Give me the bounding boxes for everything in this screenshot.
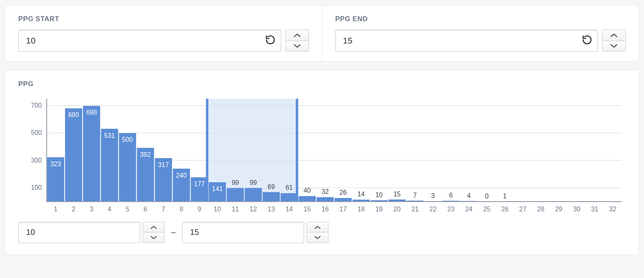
histogram-bar[interactable] xyxy=(281,193,298,202)
x-tick-label: 27 xyxy=(519,206,527,213)
x-tick-label: 24 xyxy=(466,206,473,213)
x-tick-label: 14 xyxy=(286,206,293,213)
ppg-start-step-down[interactable] xyxy=(285,41,309,52)
range-high-step-down[interactable] xyxy=(307,232,329,243)
x-tick-label: 29 xyxy=(555,206,562,213)
ppg-start-input-wrap xyxy=(18,30,281,52)
histogram-bar[interactable] xyxy=(245,188,262,202)
ppg-end-card: PPG END xyxy=(322,5,640,62)
x-tick-label: 21 xyxy=(411,206,419,213)
bar-value-label: 500 xyxy=(122,136,133,143)
x-tick-label: 19 xyxy=(376,206,383,213)
ppg-start-card: PPG START xyxy=(5,5,322,62)
bar-value-label: 99 xyxy=(232,179,239,186)
x-tick-label: 6 xyxy=(144,206,147,213)
histogram-bar[interactable] xyxy=(298,196,315,201)
histogram-bar[interactable] xyxy=(317,197,334,202)
bar-value-label: 240 xyxy=(176,172,187,179)
bar-value-label: 26 xyxy=(339,189,347,196)
selection-handle-right[interactable] xyxy=(296,99,298,202)
bar-value-label: 0 xyxy=(485,193,489,200)
x-tick-label: 28 xyxy=(537,206,544,213)
histogram-bar[interactable] xyxy=(335,198,352,202)
x-tick-label: 30 xyxy=(573,206,581,213)
range-low-input[interactable] xyxy=(18,222,140,243)
x-tick-label: 22 xyxy=(429,206,437,213)
reset-icon[interactable] xyxy=(582,35,592,47)
bar-value-label: 531 xyxy=(104,132,115,139)
selection-handle-left[interactable] xyxy=(206,99,209,202)
range-low-step-up[interactable] xyxy=(143,222,165,232)
x-tick-label: 7 xyxy=(162,206,165,213)
x-tick-label: 20 xyxy=(394,206,401,213)
x-tick-label: 12 xyxy=(250,206,257,213)
ppg-end-step-up[interactable] xyxy=(602,30,626,41)
reset-icon[interactable] xyxy=(265,35,276,47)
svg-text:300: 300 xyxy=(31,157,42,164)
bar-value-label: 6 xyxy=(449,192,453,199)
range-low-stepper xyxy=(143,222,165,243)
bar-value-label: 177 xyxy=(194,180,205,187)
histogram-bar[interactable] xyxy=(119,133,136,202)
x-tick-label: 11 xyxy=(232,206,239,213)
svg-text:700: 700 xyxy=(31,102,42,109)
x-tick-label: 8 xyxy=(180,206,183,213)
x-tick-label: 10 xyxy=(214,206,221,213)
bar-value-label: 61 xyxy=(286,184,293,191)
x-tick-label: 1 xyxy=(54,206,57,213)
bar-value-label: 7 xyxy=(413,192,417,199)
bar-value-label: 680 xyxy=(68,111,79,118)
ppg-chart-title: PPG xyxy=(18,80,626,88)
ppg-end-input[interactable] xyxy=(335,30,598,52)
histogram-bar[interactable] xyxy=(263,192,280,202)
histogram-bar[interactable] xyxy=(65,109,82,202)
svg-text:100: 100 xyxy=(31,184,42,191)
range-low-step-down[interactable] xyxy=(143,232,165,243)
x-tick-label: 25 xyxy=(483,206,491,213)
ppg-start-label: PPG START xyxy=(18,15,309,23)
bar-value-label: 15 xyxy=(394,191,401,198)
bar-value-label: 99 xyxy=(250,179,257,186)
bar-value-label: 392 xyxy=(140,151,151,158)
x-tick-label: 15 xyxy=(304,206,311,213)
bar-value-label: 40 xyxy=(304,187,311,194)
histogram-bar[interactable] xyxy=(83,106,100,201)
histogram-bar[interactable] xyxy=(227,188,244,202)
ppg-end-label: PPG END xyxy=(335,15,626,23)
range-separator: – xyxy=(170,228,177,237)
chart-range-controls: – xyxy=(18,222,626,243)
x-tick-label: 13 xyxy=(268,206,275,213)
x-tick-label: 18 xyxy=(357,206,365,213)
x-tick-label: 17 xyxy=(339,206,347,213)
x-tick-label: 9 xyxy=(198,206,201,213)
bar-value-label: 698 xyxy=(86,109,97,116)
ppg-chart-card: PPG 100300500700323168026983531450053926… xyxy=(5,70,639,255)
bar-value-label: 32 xyxy=(322,188,329,195)
range-high-input[interactable] xyxy=(182,222,304,243)
x-tick-label: 3 xyxy=(90,206,94,213)
x-tick-label: 32 xyxy=(609,206,616,213)
x-tick-label: 23 xyxy=(447,206,455,213)
bar-value-label: 4 xyxy=(467,192,471,199)
ppg-end-step-down[interactable] xyxy=(602,41,626,52)
ppg-start-stepper xyxy=(285,30,309,52)
histogram-bar[interactable] xyxy=(101,129,118,202)
ppg-end-stepper xyxy=(602,30,626,52)
ppg-end-input-wrap xyxy=(335,30,598,52)
bar-value-label: 317 xyxy=(158,161,169,168)
x-tick-label: 5 xyxy=(126,206,129,213)
bar-value-label: 3 xyxy=(431,192,435,199)
ppg-start-input[interactable] xyxy=(18,30,281,52)
x-tick-label: 26 xyxy=(501,206,509,213)
x-tick-label: 16 xyxy=(322,206,329,213)
bar-value-label: 10 xyxy=(376,191,383,198)
range-high-step-up[interactable] xyxy=(307,222,329,232)
bar-value-label: 1 xyxy=(503,193,507,200)
x-tick-label: 31 xyxy=(591,206,598,213)
svg-text:500: 500 xyxy=(31,129,42,136)
ppg-start-step-up[interactable] xyxy=(285,30,309,41)
bar-value-label: 323 xyxy=(50,161,61,167)
ppg-histogram[interactable]: 1003005007003231680269835314500539263177… xyxy=(18,95,626,216)
range-high-stepper xyxy=(307,222,329,243)
bar-value-label: 69 xyxy=(268,183,275,190)
